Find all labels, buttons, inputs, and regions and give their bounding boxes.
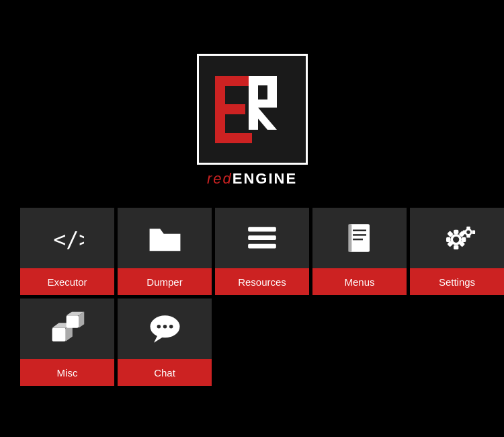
misc-button[interactable]: Misc — [20, 299, 114, 386]
svg-rect-10 — [248, 227, 276, 232]
svg-rect-16 — [353, 234, 366, 236]
svg-rect-12 — [248, 244, 276, 249]
svg-rect-37 — [66, 315, 78, 327]
gear-icon — [439, 220, 476, 257]
svg-rect-20 — [454, 229, 458, 233]
svg-rect-30 — [466, 227, 470, 230]
chat-icon-area — [118, 299, 212, 359]
svg-rect-13 — [349, 224, 370, 252]
executor-icon-area: </> — [20, 208, 114, 268]
cubes-icon — [49, 311, 86, 348]
svg-text:</>: </> — [53, 227, 84, 251]
svg-rect-17 — [353, 239, 363, 241]
resources-icon-area — [215, 208, 309, 268]
logo-box — [197, 54, 308, 165]
executor-label: Executor — [20, 268, 114, 295]
svg-rect-3 — [215, 76, 225, 143]
settings-button[interactable]: Settings — [410, 208, 504, 295]
menus-button[interactable]: Menus — [312, 208, 407, 295]
misc-icon-area — [20, 299, 114, 359]
resources-button[interactable]: Resources — [215, 208, 309, 295]
logo-container: redENGINE — [197, 54, 308, 188]
executor-button[interactable]: </> Executor — [20, 208, 114, 295]
svg-point-29 — [466, 230, 470, 234]
dumper-icon-area — [118, 208, 212, 268]
svg-rect-32 — [462, 230, 466, 234]
settings-icon-area — [410, 208, 504, 268]
svg-point-43 — [163, 325, 167, 329]
svg-rect-31 — [466, 235, 470, 238]
svg-rect-15 — [353, 230, 366, 232]
svg-rect-34 — [52, 327, 65, 341]
list-icon — [245, 221, 279, 255]
chat-button[interactable]: Chat — [118, 299, 212, 386]
settings-label: Settings — [410, 268, 504, 295]
svg-rect-14 — [348, 224, 351, 252]
menus-icon-area — [312, 208, 407, 268]
svg-point-44 — [169, 325, 172, 329]
svg-point-19 — [453, 236, 459, 242]
code-icon: </> — [50, 221, 84, 255]
folder-icon — [146, 220, 183, 257]
svg-point-42 — [157, 325, 161, 329]
svg-marker-41 — [154, 335, 164, 342]
dumper-label: Dumper — [118, 268, 212, 295]
svg-rect-7 — [249, 100, 277, 108]
svg-rect-21 — [454, 245, 458, 249]
grid-row-2: Misc Chat — [20, 299, 504, 389]
resources-label: Resources — [215, 268, 309, 295]
menus-label: Menus — [312, 268, 407, 295]
svg-rect-11 — [248, 235, 276, 240]
grid-row-1: </> Executor Dumper — [20, 208, 504, 299]
chat-bubble-icon — [146, 311, 183, 348]
chat-label: Chat — [118, 359, 212, 386]
svg-rect-33 — [472, 230, 475, 234]
logo-text: redENGINE — [207, 170, 297, 188]
grid-container: </> Executor Dumper — [20, 208, 504, 389]
dumper-button[interactable]: Dumper — [118, 208, 212, 295]
book-icon — [343, 221, 376, 255]
misc-label: Misc — [20, 359, 114, 386]
